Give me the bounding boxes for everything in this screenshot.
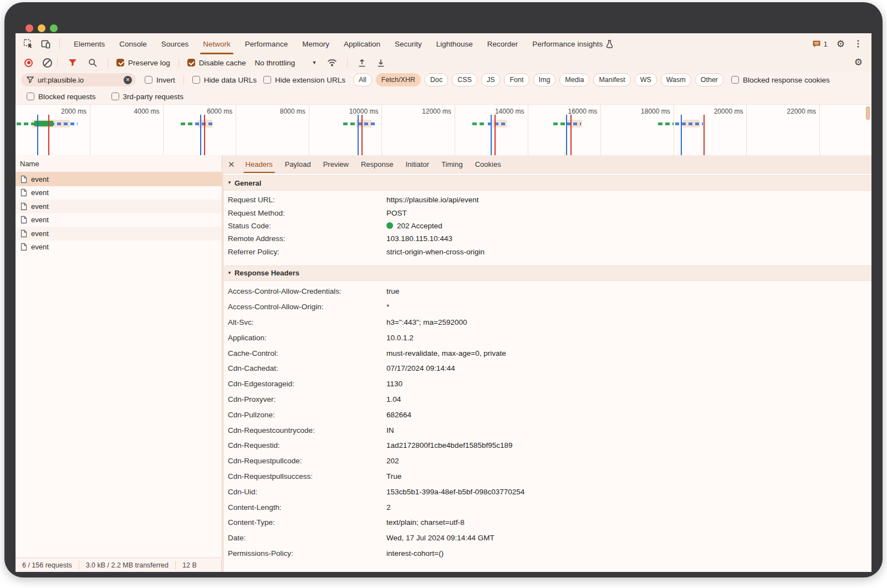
general-kv-row: Request URL:https://plausible.io/api/eve… (222, 193, 871, 206)
devtools-tab-bar: ElementsConsoleSourcesNetworkPerformance… (16, 33, 871, 55)
hide-extension-urls-checkbox[interactable]: Hide extension URLs (263, 76, 345, 84)
filter-pill-media[interactable]: Media (559, 73, 589, 86)
header-value: must-revalidate, max-age=0, private (386, 349, 871, 357)
filter-funnel-icon[interactable] (68, 59, 77, 67)
header-name: Date: (222, 534, 386, 542)
filter-pill-wasm[interactable]: Wasm (661, 73, 691, 86)
clear-filter-icon[interactable]: ✕ (124, 76, 132, 84)
request-row[interactable]: event (16, 172, 222, 186)
tab-console[interactable]: Console (112, 33, 154, 54)
header-value: h3=":443"; ma=2592000 (386, 318, 871, 326)
clear-network-log-icon[interactable] (43, 58, 52, 68)
details-tab-payload[interactable]: Payload (279, 155, 317, 173)
filter-pill-fetch-xhr[interactable]: Fetch/XHR (376, 73, 421, 86)
minimize-window-button[interactable] (38, 24, 45, 32)
issues-counter[interactable]: 1 (812, 40, 828, 48)
tab-performance-insights[interactable]: Performance insights (525, 33, 620, 54)
name-column-header[interactable]: Name (16, 155, 222, 172)
settings-gear-icon[interactable]: ⚙ (837, 39, 845, 49)
throttling-dropdown[interactable]: No throttling ▼ (255, 59, 317, 67)
network-conditions-icon[interactable] (327, 58, 338, 67)
waterfall-green-segments (343, 122, 356, 125)
header-name: Content-Type: (222, 518, 386, 526)
response-header-kv-row: Cdn-Edgestorageid:1130 (222, 376, 871, 392)
filter-pill-font[interactable]: Font (504, 73, 529, 86)
filter-pill-ws[interactable]: WS (635, 73, 657, 86)
divider (59, 38, 60, 49)
inspect-element-icon[interactable] (23, 39, 33, 49)
details-tab-initiator[interactable]: Initiator (400, 155, 436, 173)
filter-input[interactable]: url:plausible.io ✕ (21, 73, 136, 86)
request-name: event (31, 243, 49, 251)
tab-application[interactable]: Application (337, 33, 388, 54)
file-icon (20, 202, 27, 211)
tab-elements[interactable]: Elements (67, 33, 112, 54)
header-name: Referrer Policy: (222, 248, 386, 256)
network-toolbar: Preserve log Disable cache No throttling… (16, 54, 871, 71)
dom-content-loaded-line (681, 115, 682, 156)
zoom-window-button[interactable] (50, 24, 58, 32)
preserve-log-checkbox[interactable]: Preserve log (116, 59, 170, 67)
response-header-kv-row: Cache-Control:must-revalidate, max-age=0… (222, 345, 871, 361)
hide-data-urls-label: Hide data URLs (204, 76, 257, 84)
details-tab-timing[interactable]: Timing (435, 155, 469, 173)
header-name: Access-Control-Allow-Origin: (222, 303, 386, 311)
close-window-button[interactable] (26, 24, 33, 32)
overview-scrollbar-thumb[interactable] (866, 106, 870, 120)
checkbox-unchecked-icon (192, 76, 200, 84)
filter-pill-js[interactable]: JS (481, 73, 501, 86)
issues-count: 1 (824, 40, 828, 48)
invert-checkbox[interactable]: Invert (145, 76, 175, 84)
tab-recorder[interactable]: Recorder (480, 33, 526, 54)
dom-content-loaded-line (358, 115, 359, 156)
details-tab-headers[interactable]: Headers (239, 155, 279, 173)
search-icon[interactable] (88, 58, 97, 67)
request-row[interactable]: event (16, 200, 222, 213)
more-options-kebab-icon[interactable]: ⋮ (854, 39, 863, 48)
timeline-tick-label: 10000 ms (308, 108, 378, 115)
close-details-icon[interactable]: ✕ (228, 160, 235, 168)
header-name: Cdn-Uid: (222, 488, 386, 496)
filter-pill-other[interactable]: Other (695, 73, 723, 86)
toggle-device-toolbar-icon[interactable] (41, 39, 52, 49)
filter-pill-css[interactable]: CSS (452, 73, 477, 86)
tab-lighthouse[interactable]: Lighthouse (429, 33, 480, 54)
details-tab-response[interactable]: Response (355, 155, 400, 173)
import-har-icon[interactable] (358, 58, 366, 68)
details-tab-preview[interactable]: Preview (317, 155, 355, 173)
tab-performance[interactable]: Performance (238, 33, 295, 54)
filter-pill-doc[interactable]: Doc (425, 73, 448, 86)
general-kv-row: Request Method:POST (222, 206, 871, 219)
general-section-header[interactable]: ▼ General (222, 175, 871, 191)
request-row[interactable]: event (16, 186, 222, 200)
status-item: 3.0 kB / 2.2 MB transferred (79, 561, 176, 570)
hide-data-urls-checkbox[interactable]: Hide data URLs (192, 76, 257, 84)
blocked-response-cookies-checkbox[interactable]: Blocked response cookies (731, 76, 830, 84)
filter-pill-manifest[interactable]: Manifest (593, 73, 630, 86)
network-settings-gear-icon[interactable]: ⚙ (854, 58, 863, 67)
record-network-log-icon[interactable] (24, 59, 33, 67)
request-row[interactable]: event (16, 213, 222, 227)
request-row[interactable]: event (16, 241, 222, 254)
filter-pill-img[interactable]: Img (533, 73, 556, 86)
macos-window: ElementsConsoleSourcesNetworkPerformance… (4, 2, 883, 577)
dom-content-loaded-line (37, 115, 38, 156)
details-tab-cookies[interactable]: Cookies (469, 155, 507, 173)
export-har-icon[interactable] (376, 58, 385, 68)
tab-network[interactable]: Network (196, 33, 238, 54)
third-party-requests-checkbox[interactable]: 3rd-party requests (111, 93, 184, 101)
tab-memory[interactable]: Memory (295, 33, 337, 54)
blocked-requests-checkbox[interactable]: Blocked requests (27, 93, 96, 101)
load-event-line (570, 115, 572, 156)
tab-security[interactable]: Security (388, 33, 429, 54)
response-header-kv-row: Cdn-Proxyver:1.04 (222, 392, 871, 407)
response-headers-section-header[interactable]: ▼ Response Headers (222, 265, 871, 281)
network-overview-timeline[interactable]: 2000 ms4000 ms6000 ms8000 ms10000 ms1200… (16, 104, 871, 156)
response-header-kv-row: Cdn-Pullzone:682664 (222, 407, 871, 422)
tab-sources[interactable]: Sources (154, 33, 196, 54)
header-value: Wed, 17 Jul 2024 09:14:44 GMT (386, 534, 871, 542)
filter-pill-all[interactable]: All (353, 73, 372, 86)
request-row[interactable]: event (16, 227, 222, 241)
load-event-line (495, 115, 496, 156)
disable-cache-checkbox[interactable]: Disable cache (187, 59, 246, 67)
